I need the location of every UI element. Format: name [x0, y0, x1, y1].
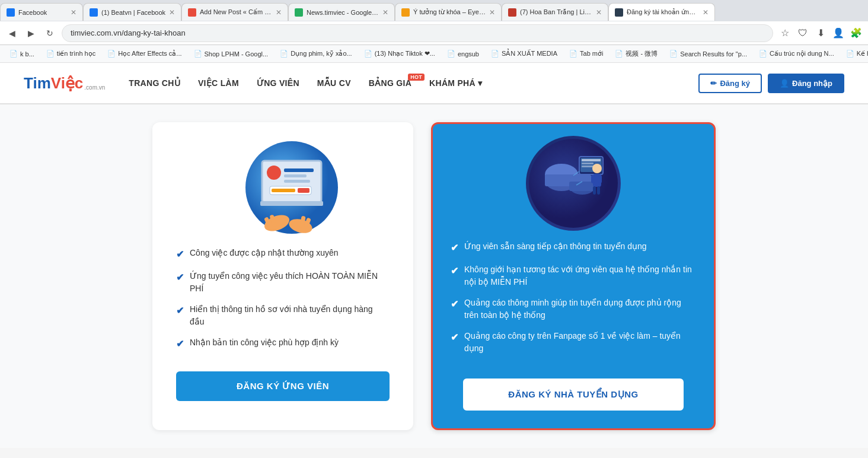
dang-ky-button[interactable]: ✏ Đăng ký [698, 74, 762, 93]
svg-rect-5 [284, 180, 310, 183]
main-content: ✔ Công việc được cập nhật thường xuyên ✔… [0, 104, 868, 448]
bookmark-9[interactable]: 📄 Tab mới [564, 49, 608, 59]
tab-5[interactable]: Ý tưởng từ khóa – EyePlus... ✕ [395, 3, 502, 21]
svg-rect-33 [597, 186, 600, 195]
feature-item-3: ✔ Hiển thị thông tin hồ sơ với nhà tuyển… [176, 303, 390, 328]
bookmark-1[interactable]: 📄 k b... [5, 49, 39, 59]
extensions-icon[interactable]: 🧩 [849, 26, 863, 40]
nav-kham-pha[interactable]: KHÁM PHÁ ▾ [429, 78, 482, 88]
feature-item-r4: ✔ Quảng cáo công ty trên Fanpage số 1 về… [451, 330, 696, 355]
shield-icon[interactable]: 🛡 [796, 26, 810, 40]
reload-button[interactable]: ↻ [43, 26, 57, 40]
toolbar-icons: ☆ 🛡 ⬇ 👤 🧩 [778, 26, 863, 40]
nav-viec-lam[interactable]: VIỆC LÀM [198, 78, 239, 88]
feature-item-2: ✔ Ứng tuyển công việc yêu thích HOÀN TOÀ… [176, 270, 390, 295]
tab-bar: Facebook ✕ (1) Beatvn | Facebook ✕ Add N… [0, 0, 868, 21]
hot-badge: HOT [408, 74, 425, 81]
tab-4[interactable]: News.timviec - Google Tra... ✕ [288, 3, 395, 21]
address-text: timviec.com.vn/dang-ky-tai-khoan [71, 28, 186, 37]
feature-item-4: ✔ Nhận bản tin công việc phù hợp định kỳ [176, 336, 390, 351]
edit-icon: ✏ [710, 79, 717, 88]
svg-rect-9 [260, 201, 323, 206]
bookmark-7[interactable]: 📄 engsub [442, 49, 484, 59]
bookmark-5[interactable]: 📄 Dụng phim, kỹ xảo... [275, 49, 357, 59]
bookmark-star-icon[interactable]: ☆ [778, 26, 792, 40]
logo-viec: Việc [51, 74, 84, 93]
nav-trang-chu[interactable]: TRANG CHỦ [129, 78, 180, 88]
bookmark-3[interactable]: 📄 Học After Effects cả... [103, 49, 186, 59]
register-nha-tuyen-dung-button[interactable]: ĐĂNG KÝ NHÀ TUYỂN DỤNG [463, 379, 684, 411]
check-icon-r2: ✔ [451, 264, 458, 278]
bookmark-8[interactable]: 📄 SẢN XUẤT MEDIA [486, 49, 562, 59]
tab-label-3: Add New Post « Cẩm nang... [200, 8, 272, 16]
profile-icon[interactable]: 👤 [831, 26, 845, 40]
tab-6[interactable]: (7) Hoa Ban Trắng | Live... ✕ [502, 3, 608, 21]
nha-tuyen-dung-illustration [526, 136, 621, 231]
tab-1[interactable]: Facebook ✕ [0, 3, 83, 21]
bookmark-2[interactable]: 📄 tiến trình học [42, 49, 100, 59]
tab-7[interactable]: Đăng ký tài khoản ứng viê... ✕ [608, 3, 715, 21]
tab-close-6[interactable]: ✕ [596, 8, 602, 17]
logo-tim: Tim [24, 74, 51, 93]
card-ung-vien: ✔ Công việc được cập nhật thường xuyên ✔… [152, 122, 413, 430]
bookmark-13[interactable]: 📄 Kế ho [841, 49, 868, 59]
svg-rect-22 [569, 182, 595, 191]
bookmark-11[interactable]: 📄 Search Results for "p... [665, 49, 752, 59]
tab-favicon-4 [295, 8, 303, 17]
bookmark-4[interactable]: 📄 Shop LPHM - Googl... [189, 49, 273, 59]
tab-favicon-2 [90, 8, 98, 17]
tab-label-6: (7) Hoa Ban Trắng | Live... [520, 8, 592, 16]
nav-ung-vien[interactable]: ỨNG VIÊN [257, 78, 299, 88]
svg-rect-32 [593, 186, 596, 195]
svg-point-2 [267, 166, 281, 180]
tab-label-2: (1) Beatvn | Facebook [101, 9, 165, 16]
feature-item-1: ✔ Công việc được cập nhật thường xuyên [176, 247, 390, 262]
check-icon-r3: ✔ [451, 297, 458, 311]
tab-label-5: Ý tưởng từ khóa – EyePlus... [413, 8, 486, 16]
tab-3[interactable]: Add New Post « Cẩm nang... ✕ [181, 3, 288, 21]
nav-bang-gia[interactable]: BẢNG GIÁ HOT [369, 78, 411, 88]
tab-favicon-3 [188, 8, 196, 17]
nha-tuyen-dung-svg [529, 139, 618, 228]
tab-label-4: News.timviec - Google Tra... [307, 9, 379, 16]
ung-vien-svg [229, 140, 348, 241]
forward-button[interactable]: ▶ [24, 26, 38, 40]
dang-nhap-button[interactable]: 👤 Đăng nhập [768, 74, 844, 93]
svg-rect-26 [582, 163, 593, 164]
back-button[interactable]: ◀ [5, 26, 19, 40]
tab-close-7[interactable]: ✕ [703, 8, 709, 17]
browser-chrome: Facebook ✕ (1) Beatvn | Facebook ✕ Add N… [0, 0, 868, 63]
check-icon-1: ✔ [176, 247, 184, 262]
tab-label-7: Đăng ký tài khoản ứng viê... [627, 8, 699, 16]
svg-rect-31 [598, 175, 602, 183]
tab-close-1[interactable]: ✕ [71, 8, 76, 17]
tab-close-3[interactable]: ✕ [276, 8, 282, 17]
feature-item-r2: ✔ Không giới hạn tương tác với ứng viên … [451, 263, 696, 288]
svg-rect-30 [591, 175, 595, 183]
ung-vien-features-list: ✔ Công việc được cập nhật thường xuyên ✔… [176, 247, 390, 360]
tab-favicon-5 [401, 8, 410, 17]
bookmark-10[interactable]: 📄 视频 - 微博 [610, 48, 662, 59]
tab-label-1: Facebook [18, 9, 47, 16]
nha-tuyen-dung-features-list: ✔ Ứng viên sẵn sàng tiếp cận thông tin t… [451, 240, 696, 363]
logo-com-vn: .com.vn [84, 84, 105, 93]
tab-favicon-1 [7, 8, 15, 17]
tab-close-2[interactable]: ✕ [169, 8, 175, 17]
ung-vien-illustration [229, 140, 336, 235]
check-icon-r4: ✔ [451, 330, 458, 345]
tab-close-5[interactable]: ✕ [489, 8, 495, 17]
tab-close-4[interactable]: ✕ [382, 8, 388, 17]
feature-item-r1: ✔ Ứng viên sẵn sàng tiếp cận thông tin t… [451, 240, 696, 255]
address-field[interactable]: timviec.com.vn/dang-ky-tai-khoan [62, 24, 773, 42]
logo[interactable]: TimViệc .com.vn [24, 74, 105, 93]
tab-2[interactable]: (1) Beatvn | Facebook ✕ [83, 3, 181, 21]
svg-rect-7 [272, 189, 295, 192]
bookmark-12[interactable]: 📄 Cấu trúc nội dung N... [754, 49, 839, 59]
register-ung-vien-button[interactable]: ĐĂNG KÝ ỨNG VIÊN [176, 371, 390, 401]
feature-item-r3: ✔ Quảng cáo thông minh giúp tin tuyển dụ… [451, 297, 696, 322]
address-bar-row: ◀ ▶ ↻ timviec.com.vn/dang-ky-tai-khoan ☆… [0, 21, 868, 45]
bookmark-6[interactable]: 📄 (13) Nhạc Tiktok ❤... [359, 49, 440, 59]
nav-mau-cv[interactable]: MẪU CV [317, 78, 351, 88]
check-icon-2: ✔ [176, 271, 184, 285]
download-icon[interactable]: ⬇ [813, 26, 828, 40]
